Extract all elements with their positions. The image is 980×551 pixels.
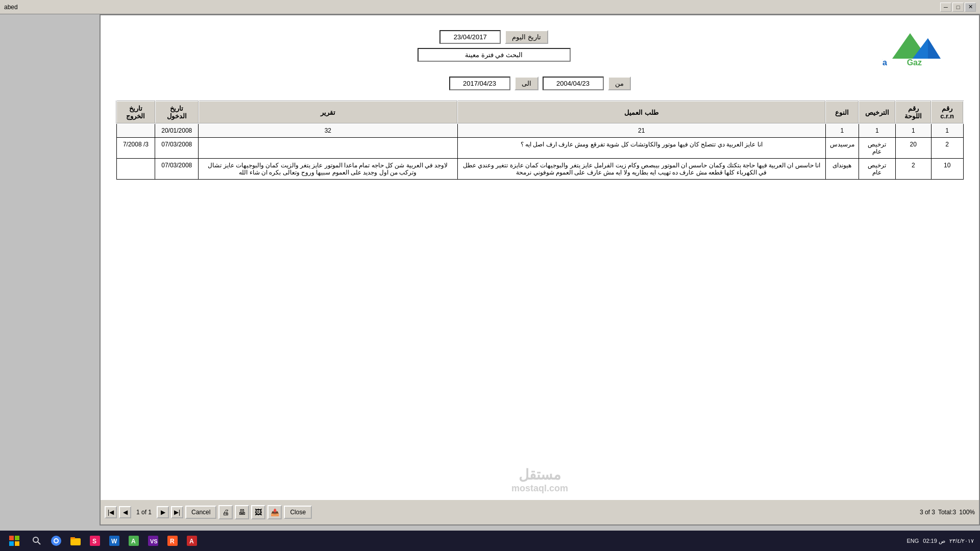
svg-rect-15 [70,537,75,539]
to-button[interactable]: الى [514,77,538,90]
col-report: تقرير [199,101,457,123]
export-icon-button[interactable]: 📤 [267,505,282,519]
svg-text:A: A [131,538,136,545]
svg-point-9 [33,537,38,542]
cell-exit-date [116,123,155,138]
of-label: of 1 [141,509,152,516]
table-row: 102ترخيص عامهيونداىانا حاسس ان العربية ف… [116,159,963,180]
from-button[interactable]: من [608,77,631,90]
svg-text:S: S [92,538,96,545]
last-page-button[interactable]: ▶| [171,506,183,518]
folder-taskbar-icon[interactable] [66,532,85,550]
date-display: 23/04/2017 [439,30,501,44]
maximize-button[interactable]: □ [952,3,964,12]
cell-client-request: انا حاسس ان العربية فيها حاجة بتكتك وكما… [457,159,825,180]
col-license: الترخيص [859,101,895,123]
svg-rect-6 [15,536,19,540]
search-period-field[interactable]: البحث في فترة معينة [418,48,571,62]
table-row: 220ترخيص عاممرسيدسانا عايز العربية دي تت… [116,138,963,159]
date-row: تاريخ اليوم 23/04/2017 [439,30,548,44]
total-info: Total:3 [938,509,956,516]
svg-rect-5 [9,536,14,540]
col-crn: رقم c.r.n [931,101,963,123]
col-type: النوع [825,101,859,123]
svg-rect-14 [70,538,81,545]
search-row: البحث في فترة معينة [418,48,571,62]
close-button[interactable]: Close [284,506,312,519]
content-area: Arabia Gaz تاريخ اليوم 23/04/2017 البحث … [101,15,979,190]
print-icon-button[interactable]: 🖨 [218,505,233,519]
logo-area: Arabia Gaz [882,26,964,66]
cell-type: 1 [825,123,859,138]
header-controls: تاريخ اليوم 23/04/2017 البحث في فترة معي… [116,30,872,62]
cell-license: ترخيص عام [859,159,895,180]
cell-type: هيونداى [825,159,859,180]
report-table: رقم c.r.n رقم اللوحة الترخيص النوع طلب ا… [116,101,964,180]
taskbar-right: ENG 02:19 ص ٢٣/٤/٢٠١٧ [906,538,978,544]
to-date-field[interactable]: 2017/04/23 [449,77,510,90]
cell-client-request: انا عايز العربية دي تتصلح كان فيها موتور… [457,138,825,159]
next-page-button[interactable]: ▶ [157,506,169,518]
prev-page-button[interactable]: ◀ [119,506,131,518]
svg-text:Arabia: Arabia [882,58,887,66]
header-section: Arabia Gaz تاريخ اليوم 23/04/2017 البحث … [116,26,964,66]
svg-text:A: A [189,538,194,545]
taskbar-time: 02:19 ص [923,538,945,544]
cell-entry-date: 20/01/2008 [155,123,199,138]
svg-text:VS: VS [150,538,158,544]
image-icon-button[interactable]: 🖼 [251,505,265,519]
svg-text:W: W [111,538,117,545]
toolbar-right: 3 of 3 Total:3 100% [920,509,975,516]
cell-report: لاوجد في العربية شن كل حاجه تمام ماعدا ا… [199,159,457,180]
cell-crn: 2 [931,138,963,159]
table-header-row: رقم c.r.n رقم اللوحة الترخيص النوع طلب ا… [116,101,963,123]
main-window: Arabia Gaz تاريخ اليوم 23/04/2017 البحث … [100,14,980,525]
from-date-field[interactable]: 2004/04/23 [543,77,604,90]
close-button[interactable]: ✕ [965,3,976,12]
zoom-info: 100% [959,509,975,516]
cancel-button[interactable]: Cancel [185,506,216,519]
taskbar: S W A VS R A ENG 02:19 ص ٢٣/٤/٢٠ [0,531,980,551]
cell-entry-date: 07/03/2008 [155,138,199,159]
arabia-gaz-logo: Arabia Gaz [882,26,964,66]
cell-entry-date: 07/03/2008 [155,159,199,180]
cell-report: 32 [199,123,457,138]
svg-text:R: R [170,538,175,545]
svg-point-13 [55,539,58,542]
cell-plate: 1 [895,123,931,138]
start-button[interactable] [2,532,27,550]
page-info: 1 of 1 [136,509,152,516]
current-page: 1 [136,509,140,516]
col-exit-date: تاريخ الخروج [116,101,155,123]
taskbar-date: ٢٣/٤/٢٠١٧ [949,538,974,544]
svg-rect-7 [9,541,14,546]
cell-plate: 20 [895,138,931,159]
watermark-arabic: مستقل [511,466,568,483]
app1-taskbar-icon[interactable]: S [86,532,104,550]
cell-license: ترخيص عام [859,138,895,159]
svg-line-10 [38,542,40,544]
app3-taskbar-icon[interactable]: R [163,532,182,550]
today-date-button[interactable]: تاريخ اليوم [505,30,548,44]
taskbar-lang: ENG [906,538,919,544]
search-taskbar-icon[interactable] [28,532,46,550]
watermark-english: mostaql.com [511,483,568,494]
bottom-toolbar: |◀ ◀ 1 of 1 ▶ ▶| Cancel 🖨 🖶 🖼 📤 Close 3 … [101,499,979,524]
minimize-button[interactable]: ─ [940,3,951,12]
word-taskbar-icon[interactable]: W [105,532,124,550]
chrome-taskbar-icon[interactable] [47,532,65,550]
access-taskbar-icon[interactable]: A [183,532,201,550]
table-row: 1111213220/01/2008 [116,123,963,138]
vs-taskbar-icon[interactable]: VS [144,532,162,550]
title-bar: abed ─ □ ✕ [0,0,980,14]
first-page-button[interactable]: |◀ [105,506,117,518]
app2-taskbar-icon[interactable]: A [125,532,143,550]
title-bar-buttons: ─ □ ✕ [940,3,976,12]
title-bar-text: abed [4,4,18,11]
cell-report [199,138,457,159]
cell-type: مرسيدس [825,138,859,159]
svg-text:Gaz: Gaz [907,58,922,66]
date-range-row: من 2004/04/23 الى 2017/04/23 [116,77,964,90]
print2-icon-button[interactable]: 🖶 [235,505,249,519]
cell-crn: 10 [931,159,963,180]
